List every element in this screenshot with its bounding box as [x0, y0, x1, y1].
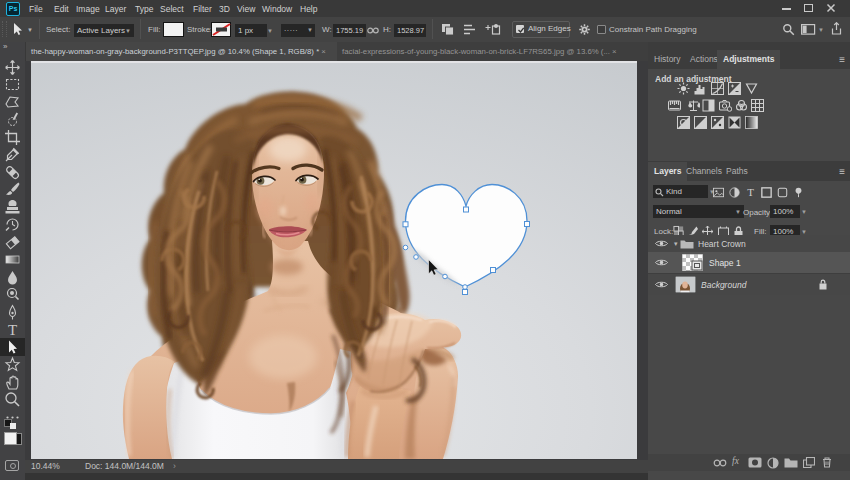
svg-text:T: T	[8, 322, 17, 338]
svg-text:T: T	[747, 187, 754, 198]
